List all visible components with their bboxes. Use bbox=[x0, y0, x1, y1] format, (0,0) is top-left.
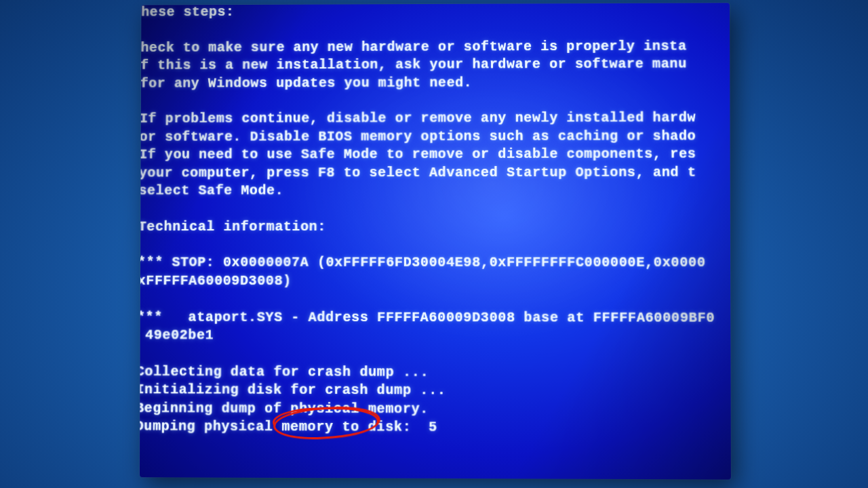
bsod-screenshot-photo: hese steps: heck to make sure any new ha… bbox=[140, 3, 731, 479]
bsod-line: or software. Disable BIOS memory options… bbox=[140, 128, 696, 144]
bsod-line: If problems continue, disable or remove … bbox=[140, 110, 696, 127]
bsod-line: hese steps: bbox=[141, 4, 234, 20]
bsod-stop-code: *** STOP: 0x0000007A (0xFFFFF6FD30004E98… bbox=[140, 255, 706, 271]
bsod-line: heck to make sure any new hardware or so… bbox=[140, 38, 686, 55]
bsod-line: If you need to use Safe Mode to remove o… bbox=[140, 146, 696, 162]
bsod-dump-line: ... bbox=[394, 364, 429, 380]
bsod-dump-line: Initializing disk for crash dump ... bbox=[140, 382, 446, 399]
bsod-line: f this is a new installation, ask your h… bbox=[140, 56, 687, 73]
bsod-dump-line: Dumping physical memory to disk: 5 bbox=[140, 418, 437, 435]
bsod-dump-line: Collecting data for bbox=[140, 363, 308, 380]
bsod-crash-dump-text: crash dump bbox=[308, 364, 394, 380]
bsod-technical-header: Technical information: bbox=[140, 219, 326, 235]
bsod-line: for any Windows updates you might need. bbox=[140, 75, 473, 91]
bsod-dump-line: Beginning dump of physical memory. bbox=[140, 400, 429, 417]
bsod-driver-line: *** ataport.SYS - Address FFFFFA60009D30… bbox=[140, 309, 715, 325]
bsod-driver-line: 49e02be1 bbox=[140, 327, 214, 344]
bsod-line: your computer, press F8 to select Advanc… bbox=[140, 164, 696, 180]
bsod-line: select Safe Mode. bbox=[140, 182, 283, 198]
bsod-stop-code: xFFFFFA60009D3008) bbox=[140, 272, 292, 288]
bsod-screen: hese steps: heck to make sure any new ha… bbox=[140, 3, 731, 479]
bsod-text-block: hese steps: heck to make sure any new ha… bbox=[140, 3, 731, 438]
